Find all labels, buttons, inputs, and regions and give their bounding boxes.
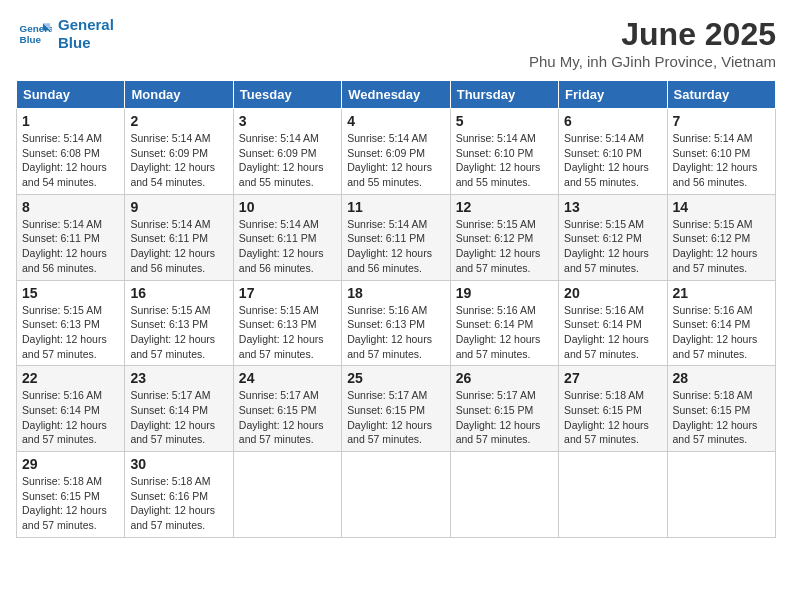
day-number: 21 [673,285,770,301]
week-row-2: 8Sunrise: 5:14 AM Sunset: 6:11 PM Daylig… [17,194,776,280]
calendar-cell [233,452,341,538]
day-number: 7 [673,113,770,129]
day-info: Sunrise: 5:16 AM Sunset: 6:14 PM Dayligh… [456,303,553,362]
day-info: Sunrise: 5:18 AM Sunset: 6:16 PM Dayligh… [130,474,227,533]
calendar-cell: 9Sunrise: 5:14 AM Sunset: 6:11 PM Daylig… [125,194,233,280]
calendar-cell: 18Sunrise: 5:16 AM Sunset: 6:13 PM Dayli… [342,280,450,366]
logo-icon: General Blue [16,16,52,52]
calendar-cell: 25Sunrise: 5:17 AM Sunset: 6:15 PM Dayli… [342,366,450,452]
weekday-header-wednesday: Wednesday [342,81,450,109]
calendar-cell: 4Sunrise: 5:14 AM Sunset: 6:09 PM Daylig… [342,109,450,195]
day-number: 22 [22,370,119,386]
day-number: 16 [130,285,227,301]
day-number: 19 [456,285,553,301]
day-info: Sunrise: 5:14 AM Sunset: 6:11 PM Dayligh… [130,217,227,276]
day-info: Sunrise: 5:18 AM Sunset: 6:15 PM Dayligh… [22,474,119,533]
title-area: June 2025 Phu My, inh GJinh Province, Vi… [529,16,776,70]
calendar-cell: 20Sunrise: 5:16 AM Sunset: 6:14 PM Dayli… [559,280,667,366]
day-number: 26 [456,370,553,386]
calendar-cell: 22Sunrise: 5:16 AM Sunset: 6:14 PM Dayli… [17,366,125,452]
day-number: 12 [456,199,553,215]
calendar-cell [667,452,775,538]
day-number: 10 [239,199,336,215]
day-info: Sunrise: 5:15 AM Sunset: 6:13 PM Dayligh… [22,303,119,362]
weekday-header-row: SundayMondayTuesdayWednesdayThursdayFrid… [17,81,776,109]
day-number: 4 [347,113,444,129]
calendar-cell: 19Sunrise: 5:16 AM Sunset: 6:14 PM Dayli… [450,280,558,366]
month-title: June 2025 [529,16,776,53]
day-info: Sunrise: 5:14 AM Sunset: 6:09 PM Dayligh… [130,131,227,190]
weekday-header-tuesday: Tuesday [233,81,341,109]
day-info: Sunrise: 5:17 AM Sunset: 6:15 PM Dayligh… [347,388,444,447]
day-number: 23 [130,370,227,386]
calendar-cell: 13Sunrise: 5:15 AM Sunset: 6:12 PM Dayli… [559,194,667,280]
calendar-cell: 21Sunrise: 5:16 AM Sunset: 6:14 PM Dayli… [667,280,775,366]
day-info: Sunrise: 5:17 AM Sunset: 6:15 PM Dayligh… [456,388,553,447]
calendar-cell: 14Sunrise: 5:15 AM Sunset: 6:12 PM Dayli… [667,194,775,280]
day-info: Sunrise: 5:17 AM Sunset: 6:14 PM Dayligh… [130,388,227,447]
day-number: 9 [130,199,227,215]
calendar-cell: 23Sunrise: 5:17 AM Sunset: 6:14 PM Dayli… [125,366,233,452]
day-number: 27 [564,370,661,386]
day-info: Sunrise: 5:16 AM Sunset: 6:14 PM Dayligh… [673,303,770,362]
day-info: Sunrise: 5:16 AM Sunset: 6:14 PM Dayligh… [564,303,661,362]
day-number: 3 [239,113,336,129]
calendar-cell: 28Sunrise: 5:18 AM Sunset: 6:15 PM Dayli… [667,366,775,452]
week-row-3: 15Sunrise: 5:15 AM Sunset: 6:13 PM Dayli… [17,280,776,366]
day-number: 2 [130,113,227,129]
week-row-4: 22Sunrise: 5:16 AM Sunset: 6:14 PM Dayli… [17,366,776,452]
calendar-cell: 11Sunrise: 5:14 AM Sunset: 6:11 PM Dayli… [342,194,450,280]
calendar-cell: 17Sunrise: 5:15 AM Sunset: 6:13 PM Dayli… [233,280,341,366]
weekday-header-saturday: Saturday [667,81,775,109]
day-info: Sunrise: 5:14 AM Sunset: 6:09 PM Dayligh… [347,131,444,190]
week-row-1: 1Sunrise: 5:14 AM Sunset: 6:08 PM Daylig… [17,109,776,195]
calendar-cell: 27Sunrise: 5:18 AM Sunset: 6:15 PM Dayli… [559,366,667,452]
calendar-cell: 16Sunrise: 5:15 AM Sunset: 6:13 PM Dayli… [125,280,233,366]
day-info: Sunrise: 5:14 AM Sunset: 6:08 PM Dayligh… [22,131,119,190]
day-number: 28 [673,370,770,386]
calendar-cell: 8Sunrise: 5:14 AM Sunset: 6:11 PM Daylig… [17,194,125,280]
day-info: Sunrise: 5:17 AM Sunset: 6:15 PM Dayligh… [239,388,336,447]
day-number: 5 [456,113,553,129]
calendar-cell: 26Sunrise: 5:17 AM Sunset: 6:15 PM Dayli… [450,366,558,452]
day-info: Sunrise: 5:15 AM Sunset: 6:12 PM Dayligh… [456,217,553,276]
weekday-header-sunday: Sunday [17,81,125,109]
day-number: 25 [347,370,444,386]
day-number: 29 [22,456,119,472]
day-number: 11 [347,199,444,215]
day-number: 20 [564,285,661,301]
day-info: Sunrise: 5:14 AM Sunset: 6:10 PM Dayligh… [564,131,661,190]
day-info: Sunrise: 5:15 AM Sunset: 6:12 PM Dayligh… [564,217,661,276]
day-info: Sunrise: 5:14 AM Sunset: 6:11 PM Dayligh… [239,217,336,276]
day-info: Sunrise: 5:14 AM Sunset: 6:11 PM Dayligh… [347,217,444,276]
week-row-5: 29Sunrise: 5:18 AM Sunset: 6:15 PM Dayli… [17,452,776,538]
day-number: 18 [347,285,444,301]
day-number: 1 [22,113,119,129]
weekday-header-friday: Friday [559,81,667,109]
day-info: Sunrise: 5:14 AM Sunset: 6:10 PM Dayligh… [456,131,553,190]
calendar-cell: 29Sunrise: 5:18 AM Sunset: 6:15 PM Dayli… [17,452,125,538]
calendar-cell [559,452,667,538]
calendar-cell: 24Sunrise: 5:17 AM Sunset: 6:15 PM Dayli… [233,366,341,452]
calendar-cell: 3Sunrise: 5:14 AM Sunset: 6:09 PM Daylig… [233,109,341,195]
calendar-cell [450,452,558,538]
day-info: Sunrise: 5:15 AM Sunset: 6:13 PM Dayligh… [130,303,227,362]
svg-text:Blue: Blue [20,34,42,45]
day-number: 15 [22,285,119,301]
day-number: 24 [239,370,336,386]
calendar-cell: 12Sunrise: 5:15 AM Sunset: 6:12 PM Dayli… [450,194,558,280]
day-info: Sunrise: 5:16 AM Sunset: 6:14 PM Dayligh… [22,388,119,447]
day-info: Sunrise: 5:14 AM Sunset: 6:10 PM Dayligh… [673,131,770,190]
day-info: Sunrise: 5:16 AM Sunset: 6:13 PM Dayligh… [347,303,444,362]
logo-text: General Blue [58,16,114,52]
calendar-cell: 1Sunrise: 5:14 AM Sunset: 6:08 PM Daylig… [17,109,125,195]
calendar-cell: 7Sunrise: 5:14 AM Sunset: 6:10 PM Daylig… [667,109,775,195]
day-number: 13 [564,199,661,215]
calendar-cell: 5Sunrise: 5:14 AM Sunset: 6:10 PM Daylig… [450,109,558,195]
day-info: Sunrise: 5:15 AM Sunset: 6:13 PM Dayligh… [239,303,336,362]
calendar-cell: 6Sunrise: 5:14 AM Sunset: 6:10 PM Daylig… [559,109,667,195]
calendar-cell: 10Sunrise: 5:14 AM Sunset: 6:11 PM Dayli… [233,194,341,280]
day-number: 30 [130,456,227,472]
header: General Blue General Blue June 2025 Phu … [16,16,776,70]
calendar-cell [342,452,450,538]
